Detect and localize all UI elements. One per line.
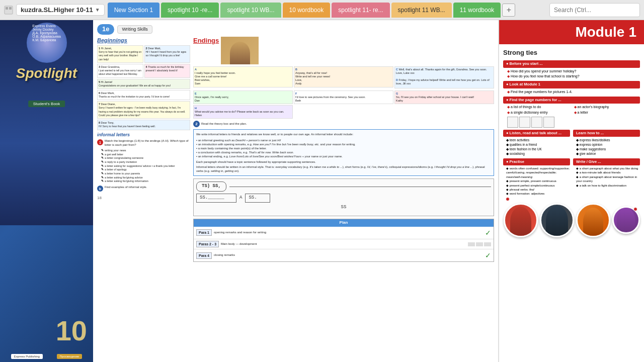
- book-cover: Express EvansJenny DooleyД.А. КропуноваО…: [0, 20, 93, 362]
- informal-letters-title: informal letters: [97, 132, 190, 138]
- letter-endings-grid2: EOnce again, I'm really sorry,Dan FI'd l…: [193, 90, 494, 119]
- plan-box: Plan Para 1 opening remarks and reason f…: [193, 219, 494, 262]
- endings-title: Endings: [193, 37, 219, 64]
- browser-icon: [4, 6, 13, 15]
- module-number: 1: [628, 24, 636, 40]
- plan-desc-3: closing remarks: [214, 253, 235, 257]
- profile-label: kuzdra.SL.Higher 10-11: [21, 6, 93, 14]
- plan-row-2: Paras 2 - 3 Main body — development: [194, 239, 494, 249]
- main-area: Express EvansJenny DooleyД.А. КропуноваО…: [0, 20, 644, 362]
- tab-spotlight-11-wb[interactable]: spotlight 11 WB...: [391, 3, 452, 18]
- subsection-find-pages: ● Find the page numbers for ...: [503, 97, 640, 104]
- photo2: [540, 203, 574, 237]
- publisher2-logo: Просвещение: [57, 354, 83, 359]
- profile-selector[interactable]: kuzdra.SL.Higher 10-11 ▼: [16, 4, 105, 16]
- plan-row-1: Para 1 opening remarks and reason for wr…: [194, 227, 494, 239]
- plan-label-3: Para 4: [196, 252, 212, 259]
- activity-list: ✎writing your news ✎a get well letter ✎a…: [101, 149, 190, 184]
- letter-endings-grid: AI really hope you feel better soon.Give…: [193, 66, 494, 88]
- letter-photo: [221, 37, 259, 64]
- writing-skills-badge: Writing Skills: [117, 25, 152, 34]
- ending-B: BAnyway, that's all for now!Write and te…: [294, 66, 393, 87]
- book-title: Spotlight: [0, 65, 93, 81]
- page-number: 18: [97, 196, 190, 201]
- letter-opener-6: 6 Dear Mark,Thanks so much for the invit…: [97, 90, 190, 100]
- subsection-practise: ● Practise: [503, 158, 570, 166]
- ending-H: HWhat would you advise me to do? Please …: [193, 105, 293, 119]
- book-number: 10: [56, 314, 87, 347]
- letter-opener-5: 5 Hi Jamie!Congratulations on your gradu…: [97, 79, 190, 89]
- module-title: Module: [575, 24, 624, 40]
- ending-E: EOnce again, I'm really sorry,Dan: [193, 90, 293, 104]
- activity3-badge: b: [97, 186, 103, 192]
- svg-rect-1: [6, 7, 8, 10]
- beginnings-title: Beginnings: [97, 37, 190, 44]
- search-input[interactable]: [549, 3, 640, 17]
- lesson-badge: 1e: [97, 24, 114, 35]
- subsection-before-start: ● Before you start ...: [503, 60, 640, 68]
- plan-label-2: Paras 2 - 3: [196, 241, 219, 247]
- plan-desc-2: Main body — development: [221, 242, 257, 246]
- plan-row-3: Para 4 closing remarks ✓: [194, 249, 494, 261]
- tab-new-section-1[interactable]: New Section 1: [108, 3, 159, 18]
- tab-spotlight-11-re[interactable]: spotlight 11- re...: [332, 3, 389, 18]
- profile-arrow: ▼: [95, 7, 100, 13]
- plan-check-3: ✓: [485, 251, 491, 260]
- photo1: [504, 203, 538, 237]
- subsection-write: Write / Give ...: [573, 158, 640, 166]
- tab-spotlight-10-re[interactable]: spotlight 10 -re...: [161, 3, 219, 18]
- subsection-learn: Learn how to ...: [573, 130, 640, 137]
- module-panel: Module 1 Strong ties ● Before you start …: [498, 20, 644, 362]
- svg-rect-2: [9, 7, 12, 10]
- tab-11-wordbook[interactable]: 11 wordbook: [453, 3, 501, 18]
- letter-opener-4: 4 Thanks so much for the birthday presen…: [144, 64, 191, 78]
- ending-A: AI really hope you feel better soon.Give…: [193, 66, 293, 87]
- tab-spotlight-10-wb[interactable]: spotlight 10 WB...: [220, 3, 281, 18]
- letter-opener-8: 8 Dear Tony,Hi! Sorry to hear that you h…: [97, 120, 190, 130]
- module-section-title: Strong ties: [503, 48, 640, 57]
- ending-G: GSo, I'll see you on Friday after school…: [394, 90, 494, 104]
- browser-tab-bar: kuzdra.SL.Higher 10-11 ▼ New Section 1 s…: [0, 0, 644, 20]
- activity3-text: Find examples of informal style.: [105, 186, 147, 192]
- plan-title: Plan: [194, 219, 494, 226]
- ending-F: FI'd love to see pictures from the cerem…: [294, 90, 393, 104]
- activity2-badge: 2: [193, 121, 200, 127]
- letter-opener-7: 7 Dear Diane,Sorry I haven't written for…: [97, 101, 190, 119]
- activity1-text: Match the beginnings (1-8) to the ending…: [105, 139, 190, 147]
- subsection-listen: ● Listen, read and talk about ...: [503, 130, 570, 137]
- subsection-look-module: ● Look at Module 1: [503, 81, 640, 88]
- letter-opener-1: 1 Hi Janet,Sorry to hear that you're not…: [97, 45, 143, 63]
- plan-check-1: ✓: [485, 228, 491, 237]
- add-tab-button[interactable]: +: [502, 4, 515, 17]
- student-label: Student's Book: [28, 101, 65, 107]
- plan-label-1: Para 1: [196, 229, 212, 236]
- letter-opener-3: 3 Dear Grandma,I just wanted to tell you…: [97, 64, 143, 78]
- letter-opener-2: 2 Dear Matt,Hi! I haven't heard from you…: [144, 45, 191, 63]
- tab-10-wordbook[interactable]: 10 wordbook: [283, 3, 331, 18]
- ending-C-D: C Well, that's about all. Thanks again f…: [394, 66, 494, 88]
- theory-intro: We write informal letters to friends and…: [196, 132, 491, 136]
- diagram-area: TS) SS, SS.______ A SS. SS: [193, 178, 494, 216]
- activity1-badge: 1: [97, 139, 103, 145]
- module-body: Strong ties ● Before you start ... ◆How …: [499, 44, 644, 361]
- plan-desc-1: opening remarks and reason for writing: [214, 231, 266, 235]
- module-header: Module 1: [499, 20, 644, 44]
- activity2-text: Read the theory box and the plan.: [201, 122, 247, 126]
- theory-box: We write informal letters to friends and…: [193, 129, 494, 176]
- author-names: Express EvansJenny DooleyД.А. КропуноваО…: [32, 24, 61, 42]
- tabs-container: New Section 1 spotlight 10 -re... spotli…: [108, 3, 546, 18]
- photo3: [576, 203, 610, 237]
- module-photos: [503, 203, 640, 237]
- textbook-page: 1e Writing Skills Beginnings 1 Hi Janet,…: [93, 20, 498, 362]
- publisher1-logo: Express Publishing: [11, 354, 43, 359]
- page-inner: 1e Writing Skills Beginnings 1 Hi Janet,…: [97, 24, 494, 358]
